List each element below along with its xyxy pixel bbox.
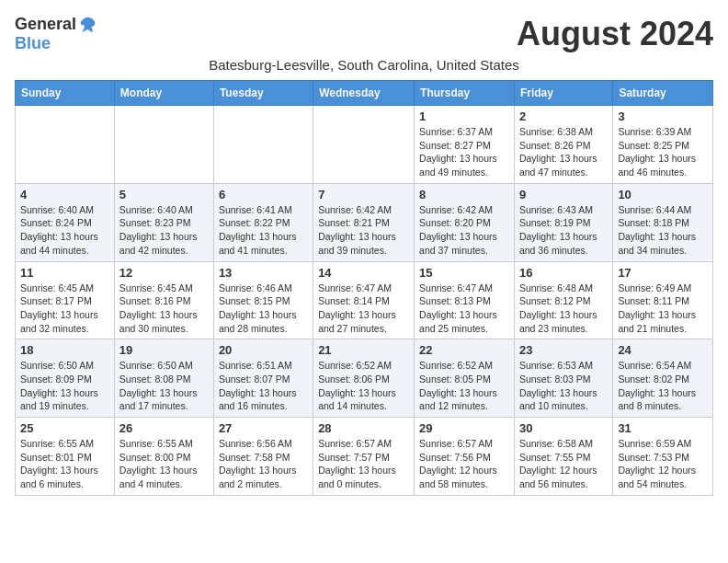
day-info: Sunrise: 6:45 AM Sunset: 8:16 PM Dayligh… — [119, 282, 209, 336]
day-number: 12 — [119, 266, 209, 280]
calendar-cell: 8Sunrise: 6:42 AM Sunset: 8:20 PM Daylig… — [415, 183, 515, 261]
day-number: 9 — [519, 188, 608, 201]
calendar-cell — [313, 106, 415, 184]
calendar-cell: 1Sunrise: 6:37 AM Sunset: 8:27 PM Daylig… — [415, 106, 515, 184]
page-header: General Blue August 2024 — [15, 15, 713, 53]
day-info: Sunrise: 6:47 AM Sunset: 8:14 PM Dayligh… — [318, 282, 409, 336]
day-info: Sunrise: 6:45 AM Sunset: 8:17 PM Dayligh… — [20, 282, 109, 336]
calendar-cell: 14Sunrise: 6:47 AM Sunset: 8:14 PM Dayli… — [313, 261, 415, 339]
calendar-cell: 20Sunrise: 6:51 AM Sunset: 8:07 PM Dayli… — [213, 339, 313, 418]
day-number: 6 — [219, 188, 308, 201]
logo-blue-text: Blue — [15, 35, 51, 53]
calendar-cell: 9Sunrise: 6:43 AM Sunset: 8:19 PM Daylig… — [514, 183, 612, 261]
day-number: 4 — [20, 188, 109, 201]
day-info: Sunrise: 6:42 AM Sunset: 8:21 PM Dayligh… — [318, 203, 409, 258]
day-info: Sunrise: 6:57 AM Sunset: 7:57 PM Dayligh… — [318, 437, 409, 491]
calendar-cell: 18Sunrise: 6:50 AM Sunset: 8:09 PM Dayli… — [16, 339, 115, 418]
logo-bird-icon — [78, 15, 98, 35]
day-number: 22 — [419, 343, 509, 357]
calendar-cell: 13Sunrise: 6:46 AM Sunset: 8:15 PM Dayli… — [213, 261, 313, 339]
day-info: Sunrise: 6:40 AM Sunset: 8:23 PM Dayligh… — [119, 203, 209, 258]
day-number: 18 — [20, 343, 109, 357]
calendar-cell: 12Sunrise: 6:45 AM Sunset: 8:16 PM Dayli… — [114, 261, 213, 339]
location-title: Batesburg-Leesville, South Carolina, Uni… — [15, 57, 713, 73]
day-info: Sunrise: 6:40 AM Sunset: 8:24 PM Dayligh… — [20, 203, 109, 258]
calendar-week-row: 4Sunrise: 6:40 AM Sunset: 8:24 PM Daylig… — [16, 183, 713, 261]
day-number: 24 — [618, 343, 708, 357]
day-number: 7 — [318, 188, 409, 201]
calendar-cell: 4Sunrise: 6:40 AM Sunset: 8:24 PM Daylig… — [16, 183, 115, 261]
day-info: Sunrise: 6:55 AM Sunset: 8:00 PM Dayligh… — [119, 437, 209, 491]
calendar-table: SundayMondayTuesdayWednesdayThursdayFrid… — [15, 80, 713, 496]
day-info: Sunrise: 6:58 AM Sunset: 7:55 PM Dayligh… — [519, 437, 608, 491]
day-info: Sunrise: 6:50 AM Sunset: 8:08 PM Dayligh… — [119, 359, 209, 413]
day-number: 11 — [20, 266, 109, 280]
day-number: 26 — [119, 421, 209, 435]
weekday-header-saturday: Saturday — [613, 81, 713, 106]
calendar-cell: 19Sunrise: 6:50 AM Sunset: 8:08 PM Dayli… — [114, 339, 213, 418]
day-info: Sunrise: 6:52 AM Sunset: 8:06 PM Dayligh… — [318, 359, 409, 413]
day-info: Sunrise: 6:42 AM Sunset: 8:20 PM Dayligh… — [419, 203, 509, 258]
day-number: 14 — [318, 266, 409, 280]
day-number: 29 — [419, 421, 509, 435]
day-number: 15 — [419, 266, 509, 280]
day-info: Sunrise: 6:48 AM Sunset: 8:12 PM Dayligh… — [519, 282, 608, 336]
calendar-week-row: 11Sunrise: 6:45 AM Sunset: 8:17 PM Dayli… — [16, 261, 713, 339]
day-number: 8 — [419, 188, 509, 201]
day-info: Sunrise: 6:47 AM Sunset: 8:13 PM Dayligh… — [419, 282, 509, 336]
day-info: Sunrise: 6:46 AM Sunset: 8:15 PM Dayligh… — [219, 282, 308, 336]
calendar-cell: 25Sunrise: 6:55 AM Sunset: 8:01 PM Dayli… — [16, 418, 115, 496]
calendar-week-row: 18Sunrise: 6:50 AM Sunset: 8:09 PM Dayli… — [16, 339, 713, 418]
weekday-header-friday: Friday — [514, 81, 612, 106]
calendar-cell: 31Sunrise: 6:59 AM Sunset: 7:53 PM Dayli… — [613, 418, 713, 496]
calendar-cell: 29Sunrise: 6:57 AM Sunset: 7:56 PM Dayli… — [415, 418, 515, 496]
day-info: Sunrise: 6:41 AM Sunset: 8:22 PM Dayligh… — [219, 203, 308, 258]
logo-general-text: General — [15, 16, 76, 34]
day-number: 31 — [618, 421, 708, 435]
day-number: 25 — [20, 421, 109, 435]
day-info: Sunrise: 6:38 AM Sunset: 8:26 PM Dayligh… — [519, 125, 608, 179]
calendar-cell — [114, 106, 213, 184]
day-info: Sunrise: 6:44 AM Sunset: 8:18 PM Dayligh… — [618, 203, 708, 258]
calendar-week-row: 25Sunrise: 6:55 AM Sunset: 8:01 PM Dayli… — [16, 418, 713, 496]
day-number: 23 — [519, 343, 608, 357]
day-number: 16 — [519, 266, 608, 280]
logo: General Blue — [15, 15, 98, 53]
day-info: Sunrise: 6:51 AM Sunset: 8:07 PM Dayligh… — [219, 359, 308, 413]
day-info: Sunrise: 6:37 AM Sunset: 8:27 PM Dayligh… — [419, 125, 509, 179]
calendar-cell: 26Sunrise: 6:55 AM Sunset: 8:00 PM Dayli… — [114, 418, 213, 496]
day-number: 28 — [318, 421, 409, 435]
calendar-cell: 7Sunrise: 6:42 AM Sunset: 8:21 PM Daylig… — [313, 183, 415, 261]
calendar-cell: 11Sunrise: 6:45 AM Sunset: 8:17 PM Dayli… — [16, 261, 115, 339]
calendar-cell: 2Sunrise: 6:38 AM Sunset: 8:26 PM Daylig… — [514, 106, 612, 184]
calendar-cell: 22Sunrise: 6:52 AM Sunset: 8:05 PM Dayli… — [415, 339, 515, 418]
day-info: Sunrise: 6:50 AM Sunset: 8:09 PM Dayligh… — [20, 359, 109, 413]
month-title: August 2024 — [517, 15, 713, 53]
day-info: Sunrise: 6:59 AM Sunset: 7:53 PM Dayligh… — [618, 437, 708, 491]
day-number: 20 — [219, 343, 308, 357]
day-info: Sunrise: 6:56 AM Sunset: 7:58 PM Dayligh… — [219, 437, 308, 491]
weekday-header-monday: Monday — [114, 81, 213, 106]
calendar-cell: 28Sunrise: 6:57 AM Sunset: 7:57 PM Dayli… — [313, 418, 415, 496]
calendar-cell: 17Sunrise: 6:49 AM Sunset: 8:11 PM Dayli… — [613, 261, 713, 339]
weekday-header-wednesday: Wednesday — [313, 81, 415, 106]
calendar-cell: 21Sunrise: 6:52 AM Sunset: 8:06 PM Dayli… — [313, 339, 415, 418]
day-info: Sunrise: 6:49 AM Sunset: 8:11 PM Dayligh… — [618, 282, 708, 336]
day-info: Sunrise: 6:54 AM Sunset: 8:02 PM Dayligh… — [618, 359, 708, 413]
day-number: 2 — [519, 109, 608, 123]
day-number: 1 — [419, 109, 509, 123]
day-number: 10 — [618, 188, 708, 201]
calendar-cell — [16, 106, 115, 184]
day-info: Sunrise: 6:39 AM Sunset: 8:25 PM Dayligh… — [618, 125, 708, 179]
day-info: Sunrise: 6:53 AM Sunset: 8:03 PM Dayligh… — [519, 359, 608, 413]
day-number: 3 — [618, 109, 708, 123]
calendar-cell: 5Sunrise: 6:40 AM Sunset: 8:23 PM Daylig… — [114, 183, 213, 261]
day-info: Sunrise: 6:43 AM Sunset: 8:19 PM Dayligh… — [519, 203, 608, 258]
calendar-cell: 16Sunrise: 6:48 AM Sunset: 8:12 PM Dayli… — [514, 261, 612, 339]
calendar-cell: 6Sunrise: 6:41 AM Sunset: 8:22 PM Daylig… — [213, 183, 313, 261]
day-info: Sunrise: 6:55 AM Sunset: 8:01 PM Dayligh… — [20, 437, 109, 491]
calendar-week-row: 1Sunrise: 6:37 AM Sunset: 8:27 PM Daylig… — [16, 106, 713, 184]
calendar-cell — [213, 106, 313, 184]
day-number: 19 — [119, 343, 209, 357]
calendar-cell: 27Sunrise: 6:56 AM Sunset: 7:58 PM Dayli… — [213, 418, 313, 496]
